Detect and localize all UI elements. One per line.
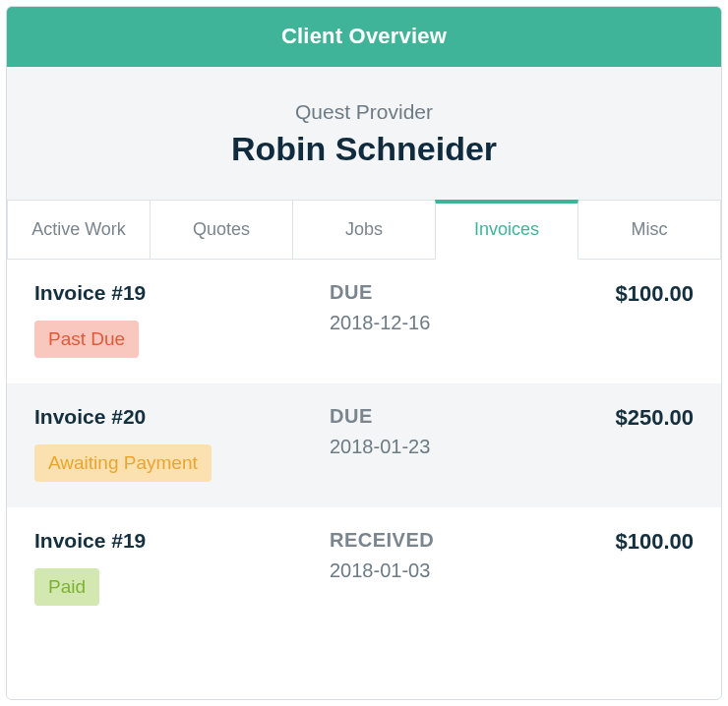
tab-quotes[interactable]: Quotes xyxy=(150,200,293,260)
client-overview-card: Client Overview Quest Provider Robin Sch… xyxy=(6,6,722,700)
tab-label: Active Work xyxy=(31,219,126,239)
status-badge: Past Due xyxy=(34,321,139,358)
invoice-mid: RECEIVED 2018-01-03 xyxy=(330,529,556,606)
client-name: Robin Schneider xyxy=(7,130,721,168)
invoice-left: Invoice #20 Awaiting Payment xyxy=(34,405,330,482)
invoice-title: Invoice #19 xyxy=(34,281,330,305)
invoice-status-label: DUE xyxy=(330,281,556,304)
tab-label: Misc xyxy=(632,219,668,239)
client-company: Quest Provider xyxy=(7,100,721,124)
invoice-right: $250.00 xyxy=(556,405,694,482)
invoice-row[interactable]: Invoice #19 Paid RECEIVED 2018-01-03 $10… xyxy=(7,507,721,631)
invoice-right: $100.00 xyxy=(556,281,694,358)
tab-label: Quotes xyxy=(193,219,250,239)
invoice-mid: DUE 2018-12-16 xyxy=(330,281,556,358)
invoice-amount: $100.00 xyxy=(556,529,694,555)
invoice-left: Invoice #19 Paid xyxy=(34,529,330,606)
tab-invoices[interactable]: Invoices xyxy=(435,200,578,260)
status-badge: Paid xyxy=(34,568,99,606)
tabs: Active Work Quotes Jobs Invoices Misc xyxy=(7,200,721,260)
invoice-amount: $250.00 xyxy=(556,405,694,431)
tab-jobs[interactable]: Jobs xyxy=(292,200,436,260)
invoice-right: $100.00 xyxy=(556,529,694,606)
invoice-date: 2018-01-03 xyxy=(330,559,556,582)
invoice-title: Invoice #19 xyxy=(34,529,330,553)
invoice-title: Invoice #20 xyxy=(34,405,330,429)
invoice-left: Invoice #19 Past Due xyxy=(34,281,330,358)
tab-label: Jobs xyxy=(345,219,383,239)
tab-label: Invoices xyxy=(474,219,539,239)
invoice-row[interactable]: Invoice #20 Awaiting Payment DUE 2018-01… xyxy=(7,383,721,507)
invoice-row[interactable]: Invoice #19 Past Due DUE 2018-12-16 $100… xyxy=(7,260,721,383)
tab-active-work[interactable]: Active Work xyxy=(7,200,151,260)
invoice-list: Invoice #19 Past Due DUE 2018-12-16 $100… xyxy=(7,260,721,699)
tab-misc[interactable]: Misc xyxy=(577,200,721,260)
invoice-date: 2018-12-16 xyxy=(330,312,556,334)
invoice-mid: DUE 2018-01-23 xyxy=(330,405,556,482)
header-title: Client Overview xyxy=(281,24,447,48)
invoice-amount: $100.00 xyxy=(556,281,694,307)
invoice-status-label: DUE xyxy=(330,405,556,428)
client-header: Quest Provider Robin Schneider xyxy=(7,67,721,200)
header-bar: Client Overview xyxy=(7,7,721,67)
status-badge: Awaiting Payment xyxy=(34,444,212,482)
invoice-date: 2018-01-23 xyxy=(330,436,556,458)
invoice-status-label: RECEIVED xyxy=(330,529,556,552)
